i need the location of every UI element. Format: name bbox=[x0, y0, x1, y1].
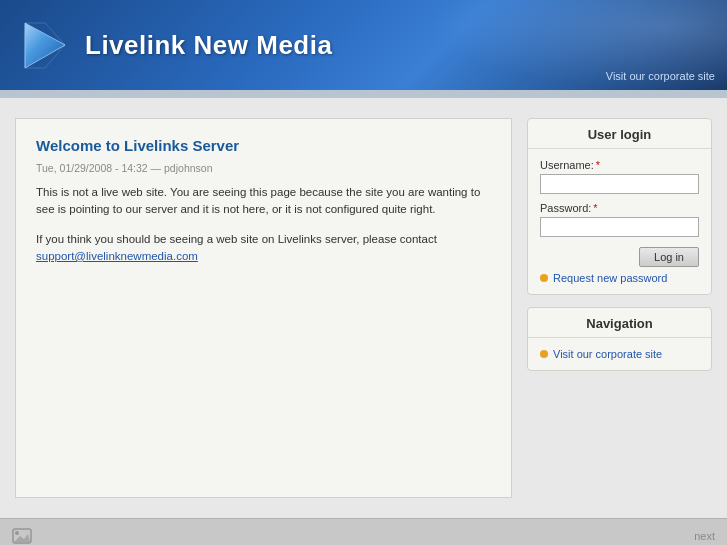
password-required: * bbox=[593, 202, 597, 214]
navigation-box: Navigation Visit our corporate site bbox=[527, 307, 712, 371]
footer: next bbox=[0, 518, 727, 545]
login-box: User login Username:* Password:* Log in bbox=[527, 118, 712, 295]
new-password-bullet bbox=[540, 274, 548, 282]
site-title: Livelink New Media bbox=[85, 30, 332, 61]
password-input[interactable] bbox=[540, 217, 699, 237]
sidebar: User login Username:* Password:* Log in bbox=[527, 118, 712, 498]
contact-prefix: If you think you should be seeing a web … bbox=[36, 233, 437, 245]
content-contact: If you think you should be seeing a web … bbox=[36, 231, 491, 266]
username-label: Username:* bbox=[540, 159, 699, 171]
password-row: Password:* bbox=[540, 202, 699, 237]
main-wrapper: Welcome to Livelinks Server Tue, 01/29/2… bbox=[0, 98, 727, 518]
content-area: Welcome to Livelinks Server Tue, 01/29/2… bbox=[15, 118, 512, 498]
sub-header-bar bbox=[0, 90, 727, 98]
password-label: Password:* bbox=[540, 202, 699, 214]
login-btn-row: Log in bbox=[540, 247, 699, 267]
svg-marker-0 bbox=[25, 23, 65, 68]
nav-corporate-link[interactable]: Visit our corporate site bbox=[553, 348, 662, 360]
username-row: Username:* bbox=[540, 159, 699, 194]
nav-link-row-0: Visit our corporate site bbox=[540, 348, 699, 360]
header: Livelink New Media Visit our corporate s… bbox=[0, 0, 727, 90]
footer-text: next bbox=[694, 530, 715, 542]
new-password-link[interactable]: Request new password bbox=[553, 272, 667, 284]
username-input[interactable] bbox=[540, 174, 699, 194]
navigation-box-body: Visit our corporate site bbox=[528, 338, 711, 370]
new-password-row: Request new password bbox=[540, 272, 699, 284]
site-logo bbox=[15, 18, 70, 73]
svg-marker-4 bbox=[14, 534, 30, 542]
login-box-title: User login bbox=[528, 119, 711, 149]
username-required: * bbox=[596, 159, 600, 171]
navigation-box-title: Navigation bbox=[528, 308, 711, 338]
login-box-body: Username:* Password:* Log in Request new… bbox=[528, 149, 711, 294]
content-body: This is not a live web site. You are see… bbox=[36, 184, 491, 219]
footer-icon bbox=[12, 528, 32, 544]
page-title: Welcome to Livelinks Server bbox=[36, 137, 491, 154]
content-meta: Tue, 01/29/2008 - 14:32 — pdjohnson bbox=[36, 162, 491, 174]
login-button[interactable]: Log in bbox=[639, 247, 699, 267]
header-corporate-link[interactable]: Visit our corporate site bbox=[606, 70, 715, 82]
nav-bullet-0 bbox=[540, 350, 548, 358]
svg-point-3 bbox=[15, 531, 19, 535]
contact-email-link[interactable]: support@livelinknewmedia.com bbox=[36, 250, 198, 262]
